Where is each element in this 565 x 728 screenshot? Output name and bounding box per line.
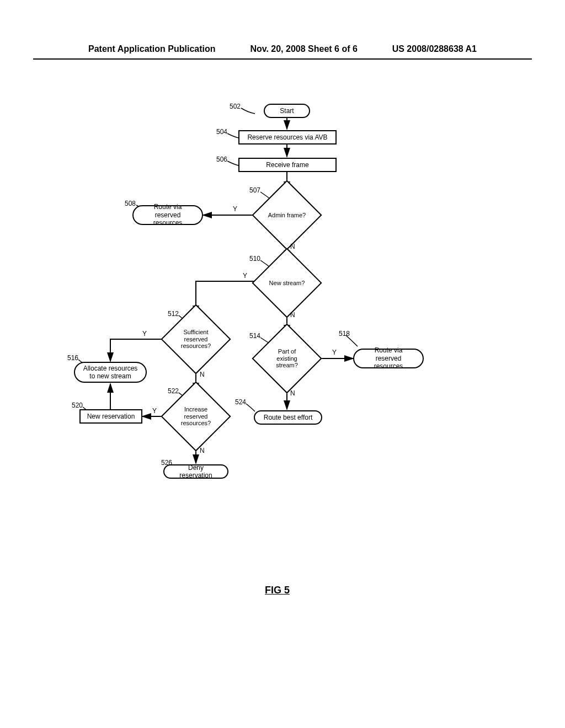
node-newstream-text: New stream? — [269, 280, 305, 287]
label-y-510: Y — [243, 272, 247, 280]
ref-520: 520 — [72, 402, 83, 409]
label-y-522: Y — [152, 407, 157, 415]
ref-518: 518 — [339, 330, 350, 338]
node-start: Start — [264, 104, 310, 118]
node-sufficient: Sufficient reserved resources? — [171, 314, 221, 364]
label-n-512: N — [200, 371, 205, 378]
node-receive-text: Receive frame — [266, 161, 308, 169]
ref-516: 516 — [67, 354, 78, 362]
label-n-507: N — [290, 243, 295, 250]
node-increase-text: Increase reserved resources? — [177, 406, 215, 427]
node-reserve-text: Reserve resources via AVB — [247, 133, 327, 141]
label-y-512: Y — [142, 330, 147, 338]
ref-522: 522 — [168, 387, 179, 395]
header-left: Patent Application Publication — [88, 44, 216, 54]
node-newres-text: New reservation — [87, 413, 135, 420]
ref-508: 508 — [125, 200, 136, 207]
node-sufficient-text: Sufficient reserved resources? — [177, 329, 215, 350]
ref-506: 506 — [216, 156, 227, 163]
ref-512: 512 — [168, 310, 179, 318]
label-y-507: Y — [233, 205, 237, 213]
flowchart-diagram: Start 502 Reserve resources via AVB 504 … — [0, 83, 565, 579]
ref-510: 510 — [249, 255, 260, 263]
node-route-518: Route via reserved resources — [353, 349, 424, 368]
node-route-518-text: Route via reserved resources — [361, 346, 416, 370]
header-right: US 2008/0288638 A1 — [392, 44, 477, 54]
node-deny: Deny reservation — [163, 464, 228, 479]
node-partexisting: Part of existing stream? — [262, 334, 312, 383]
ref-524: 524 — [235, 398, 246, 406]
node-route-508: Route via reserved resources — [132, 205, 203, 225]
ref-507: 507 — [249, 186, 260, 194]
ref-526: 526 — [161, 459, 172, 467]
label-n-510: N — [290, 311, 295, 319]
node-route-best: Route best effort — [254, 410, 322, 425]
ref-504: 504 — [216, 128, 227, 136]
node-allocate-text: Allocate resources to new stream — [83, 365, 138, 381]
header-center: Nov. 20, 2008 Sheet 6 of 6 — [250, 44, 357, 54]
label-y-514: Y — [332, 349, 337, 356]
node-allocate: Allocate resources to new stream — [74, 362, 147, 383]
page-header: Patent Application Publication Nov. 20, … — [33, 0, 532, 60]
node-start-text: Start — [280, 107, 294, 115]
node-route-best-text: Route best effort — [264, 414, 313, 421]
ref-514: 514 — [249, 332, 260, 340]
label-n-514: N — [290, 389, 295, 397]
node-admin-frame: Admin frame? — [262, 190, 312, 240]
node-reserve: Reserve resources via AVB — [238, 130, 337, 144]
node-admin-text: Admin frame? — [268, 212, 306, 219]
node-partexisting-text: Part of existing stream? — [268, 348, 306, 369]
node-increase: Increase reserved resources? — [171, 392, 221, 441]
node-deny-text: Deny reservation — [171, 464, 221, 480]
label-n-522: N — [200, 447, 205, 454]
figure-label: FIG 5 — [265, 585, 290, 596]
node-newstream: New stream? — [262, 258, 312, 308]
node-route-508-text: Route via reserved resources — [140, 203, 195, 227]
ref-502: 502 — [230, 103, 241, 110]
node-newres: New reservation — [79, 409, 142, 424]
node-receive: Receive frame — [238, 158, 337, 172]
